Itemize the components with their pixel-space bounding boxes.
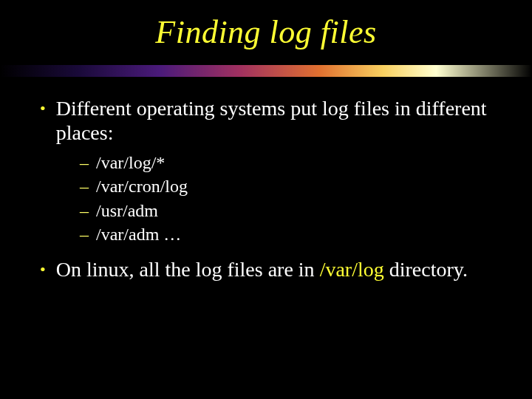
bullet-dot-icon: • <box>40 96 46 145</box>
bullet-text: On linux, all the log files are in /var/… <box>56 257 495 282</box>
slide-title: Finding log files <box>0 0 532 51</box>
sub-bullet-item: – /usr/adm <box>80 199 495 222</box>
bullet-item: • Different operating systems put log fi… <box>40 96 495 145</box>
bullet-text-post: directory. <box>384 258 468 281</box>
sub-list: – /var/log/* – /var/cron/log – /usr/adm … <box>80 151 495 247</box>
accent-bar <box>0 65 532 77</box>
bullet-text: Different operating systems put log file… <box>56 96 495 145</box>
slide-body: • Different operating systems put log fi… <box>40 96 495 288</box>
sub-bullet-text: /var/adm … <box>96 222 181 246</box>
bullet-text-highlight: /var/log <box>320 258 384 281</box>
sub-bullet-item: – /var/adm … <box>80 222 495 246</box>
dash-icon: – <box>80 199 89 222</box>
bullet-item: • On linux, all the log files are in /va… <box>40 257 495 282</box>
dash-icon: – <box>80 222 89 246</box>
dash-icon: – <box>80 174 89 198</box>
sub-bullet-item: – /var/cron/log <box>80 174 495 198</box>
bullet-text-pre: On linux, all the log files are in <box>56 258 320 281</box>
sub-bullet-text: /usr/adm <box>96 199 158 222</box>
sub-bullet-text: /var/log/* <box>96 151 165 174</box>
bullet-dot-icon: • <box>40 257 46 282</box>
slide: Finding log files • Different operating … <box>0 0 532 399</box>
dash-icon: – <box>80 151 89 174</box>
sub-bullet-text: /var/cron/log <box>96 174 188 198</box>
sub-bullet-item: – /var/log/* <box>80 151 495 174</box>
